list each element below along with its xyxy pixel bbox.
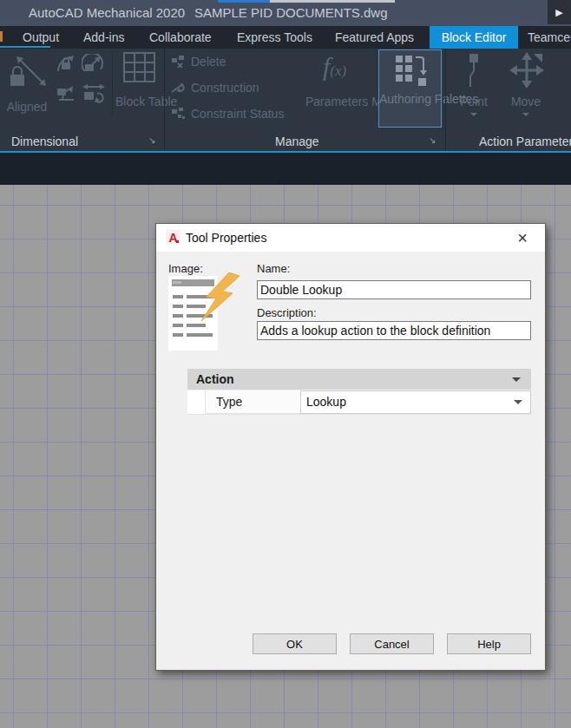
tab-block-editor[interactable]: Block Editor: [430, 26, 518, 49]
collapse-chevron-icon: [512, 377, 521, 382]
clipped-icon-sliver: [0, 31, 3, 42]
block-table-button[interactable]: Block Table: [115, 50, 162, 132]
action-type-row: Type Lookup: [187, 390, 531, 415]
move-button[interactable]: Move: [503, 50, 548, 132]
panel-label-action-parameters: Action Parameters: [479, 132, 571, 151]
diameter-lock-icon[interactable]: [82, 54, 104, 75]
panel-dimensional: Aligned: [0, 49, 164, 151]
panel-label-manage: Manage: [275, 132, 319, 151]
point-button[interactable]: Point: [451, 50, 496, 132]
type-dropdown[interactable]: Lookup: [300, 390, 531, 414]
delete-button[interactable]: Delete: [172, 54, 226, 69]
point-dropdown-icon[interactable]: [470, 113, 477, 116]
ribbon-tab-bar: Output Add-ins Collaborate Express Tools…: [0, 26, 571, 49]
panel-manage: Delete Construction Constraint Status f(…: [165, 49, 445, 151]
delete-label: Delete: [191, 56, 226, 69]
lightning-icon: [200, 272, 243, 325]
construction-label: Construction: [191, 82, 259, 95]
ribbon-lower-band: [0, 153, 571, 185]
type-cell: Type: [205, 390, 301, 414]
description-label: Description:: [257, 306, 317, 319]
name-input[interactable]: [257, 280, 531, 299]
name-label: Name:: [257, 262, 290, 275]
document-title: SAMPLE PID DOCUMENTS.dwg: [194, 0, 388, 26]
point-label: Point: [451, 95, 496, 108]
type-value: Lookup: [301, 391, 346, 413]
constraint-status-button[interactable]: Constraint Status: [172, 106, 284, 121]
titlebar-overflow-button[interactable]: ▶: [548, 0, 571, 24]
aligned-dimension-icon: [9, 52, 47, 97]
dialog-title-bar[interactable]: A Tool Properties ×: [156, 224, 545, 252]
point-icon: [466, 54, 482, 90]
ribbon: Aligned: [0, 49, 571, 151]
block-table-label: Block Table: [115, 95, 162, 108]
tab-express-tools[interactable]: Express Tools: [237, 26, 312, 49]
authoring-palettes-button[interactable]: Authoring Palettes: [378, 49, 442, 128]
dialog-launcher-icon[interactable]: ↘: [148, 135, 155, 146]
parameters-manager-button[interactable]: f(x) Parameters Manager: [305, 50, 377, 132]
constraint-status-label: Constraint Status: [191, 108, 284, 121]
app-title: AutoCAD Mechanical 2020: [29, 0, 185, 26]
panel-action-parameters: Point Move Action Parameters: [446, 49, 571, 151]
aligned-label: Aligned: [2, 101, 52, 114]
fx-icon: f(x): [323, 52, 346, 86]
autocad-logo-icon: A: [166, 230, 180, 245]
tab-featured-apps[interactable]: Featured Apps: [335, 26, 414, 49]
construction-button[interactable]: Construction: [172, 80, 259, 95]
linear-lock-icon[interactable]: [82, 82, 106, 104]
close-glyph: ×: [517, 228, 528, 247]
authoring-palettes-icon: [394, 54, 429, 90]
dialog-launcher-icon[interactable]: ↘: [429, 135, 436, 146]
help-button[interactable]: Help: [447, 633, 531, 654]
move-dropdown-icon[interactable]: [522, 113, 529, 116]
panel-label-dimensional: Dimensional: [11, 132, 78, 151]
tab-underline: [0, 46, 50, 48]
constraint-status-icon: [172, 108, 185, 120]
title-bar: AutoCAD Mechanical 2020 SAMPLE PID DOCUM…: [0, 0, 571, 26]
move-label: Move: [503, 95, 548, 108]
dialog-title: Tool Properties: [186, 224, 266, 252]
parameters-manager-label: Parameters Manager: [305, 95, 377, 108]
tool-properties-dialog: A Tool Properties × Image: Name: Descrip…: [155, 223, 546, 671]
construction-icon: [172, 82, 185, 94]
action-header-label: Action: [187, 369, 234, 390]
image-label: Image:: [168, 262, 203, 275]
file-tab-indicator-gray: [270, 0, 395, 3]
tab-add-ins[interactable]: Add-ins: [83, 26, 124, 49]
delete-icon: [172, 56, 185, 68]
dropdown-chevron-icon: [514, 400, 522, 404]
autocad-window: { "title_bar": { "app_title": "AutoCAD M…: [0, 0, 571, 728]
overflow-arrow-icon: ▶: [555, 7, 562, 17]
angular-lock-icon[interactable]: [56, 54, 76, 75]
tab-collaborate[interactable]: Collaborate: [149, 26, 212, 49]
file-tab-indicator-blue: [218, 0, 270, 3]
description-input[interactable]: [257, 321, 531, 340]
close-icon[interactable]: ×: [509, 226, 535, 249]
authoring-palettes-label: Authoring Palettes: [379, 93, 441, 106]
aligned-button[interactable]: Aligned: [2, 50, 52, 132]
ok-button[interactable]: OK: [253, 633, 337, 654]
block-table-icon: [123, 52, 156, 83]
action-section-header[interactable]: Action: [187, 369, 531, 390]
angle-lock-icon[interactable]: [56, 82, 76, 104]
cancel-button[interactable]: Cancel: [350, 633, 434, 654]
type-label: Type: [206, 390, 242, 413]
move-icon: [509, 52, 544, 89]
tab-teamcenter[interactable]: Teamcenter: [528, 26, 571, 49]
panel-divider: [112, 52, 113, 115]
